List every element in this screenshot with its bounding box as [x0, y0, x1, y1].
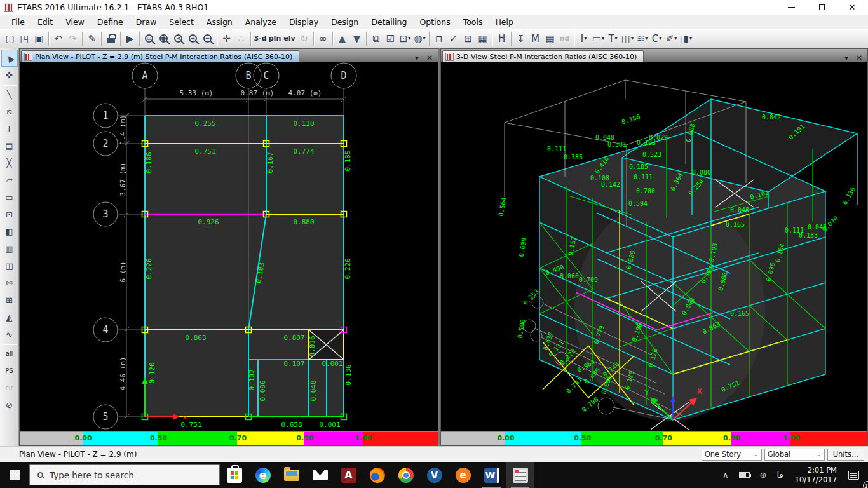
- object-view-options-button[interactable]: ∞: [316, 31, 330, 46]
- menu-tools[interactable]: Tools: [457, 16, 489, 28]
- image-capture-button[interactable]: ▩: [543, 31, 557, 46]
- menu-file[interactable]: File: [5, 16, 31, 28]
- threed-window-menu-arrow-icon[interactable]: ▾: [844, 53, 848, 62]
- draw-brace-x-tool[interactable]: ╳: [1, 154, 18, 172]
- clock[interactable]: 2:01 PM 10/17/2017: [789, 462, 843, 488]
- search-input[interactable]: Type here to search: [29, 464, 220, 485]
- pan-button[interactable]: ✛: [219, 31, 234, 46]
- select-pointer-tool[interactable]: ▲: [1, 50, 18, 67]
- close-button[interactable]: ✕: [845, 2, 859, 13]
- move-up-in-list-button[interactable]: ▲: [335, 31, 349, 46]
- undo-button[interactable]: ↶: [51, 31, 65, 46]
- plan-window-close-icon[interactable]: ✕: [426, 53, 433, 62]
- menu-options[interactable]: Options: [413, 16, 456, 28]
- plan-view-canvas[interactable]: ABCD12345 5.33 (m)0.87 (m)4.07 (m)1.4 (m…: [20, 62, 438, 431]
- draw-supports-button[interactable]: ▦: [475, 31, 490, 46]
- draw-column-tool[interactable]: I: [1, 120, 18, 137]
- elevation-view-button[interactable]: elv: [282, 31, 297, 46]
- zoom-out-one-step-button[interactable]: −: [200, 31, 215, 46]
- taskbar-word-icon[interactable]: W: [477, 462, 506, 488]
- start-button[interactable]: [0, 462, 29, 488]
- draw-poly-area-tool[interactable]: ▱: [1, 172, 18, 189]
- save-button[interactable]: ▣: [32, 31, 46, 46]
- assign-load-button[interactable]: ↧: [513, 31, 528, 46]
- reshape-object-tool[interactable]: ✜: [1, 67, 18, 84]
- taskbar-store-icon[interactable]: [220, 462, 248, 488]
- menu-help[interactable]: Help: [489, 16, 520, 28]
- select-window-button[interactable]: ⧉: [369, 31, 383, 46]
- edit-pen-button[interactable]: ✎: [85, 31, 99, 46]
- draw-rect-area-tool[interactable]: ▭: [1, 189, 18, 206]
- zoom-in-one-step-button[interactable]: +: [186, 31, 200, 46]
- taskbar-edge-icon[interactable]: e: [248, 462, 277, 488]
- object-shrink-toggle-button[interactable]: ⊡▾: [398, 31, 412, 46]
- taskbar-chrome-icon[interactable]: [391, 462, 420, 488]
- restore-full-view-button[interactable]: ●: [156, 31, 171, 46]
- channel-design-button[interactable]: C▾: [649, 31, 664, 46]
- draw-spandrel-tool[interactable]: ∿: [1, 326, 18, 343]
- language-indicator[interactable]: فا: [772, 462, 789, 488]
- draw-opening-tool[interactable]: ◫: [1, 257, 18, 274]
- taskbar-e-app-icon[interactable]: e: [449, 462, 477, 488]
- move-down-in-list-button[interactable]: ▼: [349, 31, 364, 46]
- taskbar-firefox-icon[interactable]: [363, 462, 391, 488]
- draw-frame-button[interactable]: ⊓: [431, 31, 446, 46]
- menu-draw[interactable]: Draw: [130, 16, 163, 28]
- new-model-button[interactable]: ▢: [3, 31, 17, 46]
- menu-view[interactable]: View: [59, 16, 91, 28]
- draw-wall-stack-tool[interactable]: ▥: [1, 240, 18, 257]
- threed-view-tab[interactable]: 3-D View Steel P-M Interaction Ratios (A…: [442, 50, 644, 62]
- draw-brace-button[interactable]: M: [528, 31, 543, 46]
- previous-selection-tool[interactable]: PS: [1, 362, 18, 379]
- plan-window-menu-arrow-icon[interactable]: ▾: [415, 53, 419, 62]
- threed-view-canvas[interactable]: 0.1860.0420.0290.1910.0880.1110.3850.048…: [441, 62, 867, 431]
- previous-zoom-button[interactable]: ◂: [171, 31, 186, 46]
- open-button[interactable]: ◳: [17, 31, 32, 46]
- menu-design[interactable]: Design: [325, 16, 365, 28]
- menu-select[interactable]: Select: [163, 16, 200, 28]
- tray-expand-icon[interactable]: ∧: [717, 462, 734, 488]
- menu-define[interactable]: Define: [91, 16, 130, 28]
- taskbar-etabs-icon[interactable]: [506, 462, 534, 488]
- plan-view-tab[interactable]: Plan View - PILOT - Z = 2.9 (m) Steel P-…: [21, 50, 299, 62]
- battery-icon[interactable]: [734, 462, 755, 488]
- minimize-button[interactable]: [784, 2, 798, 13]
- frame-properties-button[interactable]: Ħ: [494, 31, 509, 46]
- units-button[interactable]: Units...: [827, 449, 864, 461]
- draw-floor-grid-tool[interactable]: ⊞: [1, 292, 18, 309]
- rubber-band-zoom-button[interactable]: ▫: [142, 31, 156, 46]
- draw-area-at-point-tool[interactable]: ⊡: [1, 206, 18, 223]
- set-display-options-button[interactable]: ☑: [383, 31, 398, 46]
- paint-mode-button[interactable]: ◍▾: [412, 31, 427, 46]
- threed-window-close-icon[interactable]: ✕: [856, 53, 862, 62]
- detailing-pencil-button[interactable]: ✐▾: [664, 31, 679, 46]
- menu-assign[interactable]: Assign: [200, 16, 239, 28]
- steel-joist-design-button[interactable]: ◫▾: [620, 31, 635, 46]
- draw-ramp-tool[interactable]: ◭: [1, 309, 18, 326]
- concrete-frame-design-button[interactable]: ▭▾: [591, 31, 606, 46]
- deselect-tool[interactable]: ⊘: [1, 396, 18, 414]
- story-selector[interactable]: One Story⌄: [702, 449, 762, 461]
- network-globe-icon[interactable]: ⊕: [755, 462, 772, 488]
- coord-system-selector[interactable]: Global⌄: [764, 449, 825, 461]
- snap-to-points-button[interactable]: ✓: [446, 31, 461, 46]
- menu-detailing[interactable]: Detailing: [365, 16, 413, 28]
- taskbar-v-app-icon[interactable]: V: [420, 462, 449, 488]
- taskbar-autocad-icon[interactable]: A: [334, 462, 363, 488]
- draw-grid-button[interactable]: ⊞: [461, 31, 475, 46]
- wall-design-button[interactable]: ◨▾: [679, 31, 693, 46]
- menu-display[interactable]: Display: [283, 16, 325, 28]
- action-center-button[interactable]: 19: [843, 462, 868, 488]
- select-all-tool[interactable]: all: [1, 345, 18, 362]
- lock-model-button[interactable]: [104, 31, 118, 46]
- section-cut-tool[interactable]: ✄: [1, 274, 18, 292]
- view-3d-button[interactable]: 3-d: [253, 31, 268, 46]
- draw-beam-grid-tool[interactable]: ▤: [1, 137, 18, 154]
- restore-button[interactable]: [815, 2, 829, 13]
- draw-braced-frame-tool[interactable]: ⧅: [1, 103, 18, 120]
- steel-frame-design-button[interactable]: I▾: [576, 31, 591, 46]
- draw-line-tool[interactable]: ╲: [1, 86, 18, 103]
- menu-analyze[interactable]: Analyze: [239, 16, 283, 28]
- taskbar-explorer-icon[interactable]: [277, 462, 306, 488]
- taskbar-mail-icon[interactable]: [306, 462, 334, 488]
